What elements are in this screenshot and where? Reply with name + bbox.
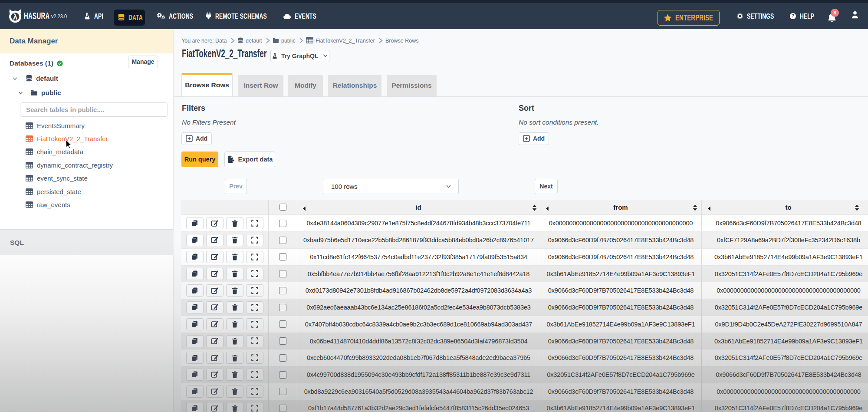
svg-text:?: ? xyxy=(792,13,794,18)
svg-text:λ: λ xyxy=(13,12,18,21)
